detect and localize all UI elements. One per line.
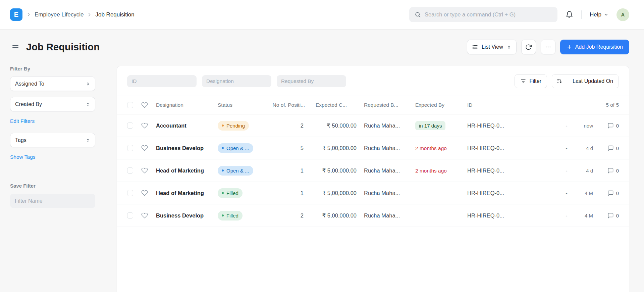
list-view-card: Filter Last Updated On Designation — [117, 66, 629, 292]
comment-count-label: 0 — [616, 145, 619, 151]
created-by-label: Created By — [15, 101, 42, 107]
favorite-heart-icon[interactable] — [141, 122, 156, 129]
cell-expected-compensation: ₹ 5,00,000.00 — [312, 167, 364, 174]
sort-direction-button[interactable] — [552, 75, 567, 88]
navbar-divider — [581, 10, 582, 19]
sidebar-toggle-button[interactable] — [10, 42, 21, 52]
comment-count[interactable]: 0 — [593, 212, 619, 219]
global-search[interactable] — [409, 7, 557, 22]
status-badge: Filled — [218, 188, 243, 198]
row-checkbox[interactable] — [127, 123, 133, 129]
comment-count[interactable]: 0 — [593, 145, 619, 151]
more-menu-button[interactable] — [541, 40, 555, 54]
add-job-requisition-button[interactable]: Add Job Requisition — [560, 40, 629, 54]
status-label: Filled — [226, 213, 238, 218]
chevrons-up-down-icon — [86, 82, 90, 86]
notifications-button[interactable] — [566, 11, 573, 18]
tags-filter[interactable]: Tags — [10, 133, 95, 147]
cell-last-updated: 4 M — [571, 190, 593, 196]
comment-icon — [607, 167, 614, 174]
status-dot-icon — [222, 214, 224, 216]
favorite-heart-icon[interactable] — [141, 167, 156, 174]
cell-requested-by: Rucha Maha... — [364, 123, 415, 129]
row-checkbox[interactable] — [127, 190, 133, 196]
comment-count[interactable]: 0 — [593, 123, 619, 129]
top-navbar: E Employee Lifecycle Job Requisition Hel… — [0, 0, 644, 30]
column-expected-compensation[interactable]: Expected C... — [312, 102, 364, 108]
status-badge: Pending — [218, 121, 249, 131]
cell-last-updated: 4 M — [571, 213, 593, 218]
cell-assigned: - — [562, 212, 571, 219]
filter-sidebar: Filter By Assigned To Created By Edit Fi… — [10, 66, 95, 292]
refresh-button[interactable] — [521, 40, 536, 54]
cell-positions: 2 — [270, 123, 312, 129]
quick-filter-id-input[interactable] — [127, 75, 197, 87]
row-checkbox[interactable] — [127, 212, 133, 218]
breadcrumb: Employee Lifecycle Job Requisition — [26, 11, 135, 18]
quick-filter-designation-input[interactable] — [202, 75, 271, 87]
created-by-filter[interactable]: Created By — [10, 97, 95, 111]
page-actions: List View Add Job Requisition — [467, 40, 629, 54]
table-row[interactable]: Business Develop Filled 2 ₹ 5,00,000.00 … — [117, 204, 629, 227]
breadcrumb-employee-lifecycle[interactable]: Employee Lifecycle — [35, 11, 84, 18]
comment-count-label: 0 — [616, 213, 619, 218]
user-avatar[interactable]: A — [616, 8, 629, 21]
favorite-heart-icon[interactable] — [141, 190, 156, 196]
page-content: Filter By Assigned To Created By Edit Fi… — [0, 66, 644, 292]
column-positions[interactable]: No of. Positi... — [270, 102, 312, 108]
help-menu[interactable]: Help — [590, 11, 608, 18]
app-logo-icon[interactable]: E — [10, 8, 22, 21]
row-checkbox[interactable] — [127, 167, 133, 174]
view-switcher-button[interactable]: List View — [467, 40, 517, 54]
status-badge: Filled — [218, 211, 243, 221]
comment-icon — [607, 212, 614, 219]
cell-designation[interactable]: Accountant — [156, 123, 218, 129]
cell-designation[interactable]: Business Develop — [156, 212, 218, 219]
cell-last-updated: 4 d — [571, 168, 593, 174]
expected-by-badge: in 17 days — [415, 121, 445, 130]
toolbar-right: Filter Last Updated On — [515, 74, 619, 88]
column-requested-by[interactable]: Requested B... — [364, 102, 415, 108]
status-label: Open & ... — [226, 168, 249, 174]
sort-field-button[interactable]: Last Updated On — [567, 75, 619, 88]
filter-name-input[interactable] — [10, 194, 95, 208]
cell-assigned: - — [562, 167, 571, 174]
favorite-heart-icon[interactable] — [141, 145, 156, 151]
cell-last-updated: 4 d — [571, 145, 593, 151]
chevron-down-icon — [604, 12, 608, 17]
comment-count[interactable]: 0 — [593, 167, 619, 174]
save-filter-label: Save Filter — [10, 183, 95, 189]
cell-last-updated: now — [571, 123, 593, 129]
comment-icon — [607, 190, 614, 196]
table-row[interactable]: Accountant Pending 2 ₹ 50,000.00 Rucha M… — [117, 114, 629, 137]
sort-descending-icon — [556, 78, 562, 84]
comment-count[interactable]: 0 — [593, 190, 619, 196]
column-status[interactable]: Status — [218, 102, 270, 108]
chevron-right-icon — [87, 12, 92, 17]
cell-expected-compensation: ₹ 5,00,000.00 — [312, 212, 364, 219]
table-row[interactable]: Head of Marketing Filled 1 ₹ 5,00,000.00… — [117, 182, 629, 204]
edit-filters-link[interactable]: Edit Filters — [10, 118, 35, 124]
row-checkbox[interactable] — [127, 145, 133, 151]
expected-by-overdue: 2 months ago — [415, 168, 447, 174]
show-tags-link[interactable]: Show Tags — [10, 154, 36, 160]
column-designation[interactable]: Designation — [156, 102, 218, 108]
cell-designation[interactable]: Head of Marketing — [156, 190, 218, 196]
favorite-heart-icon[interactable] — [141, 212, 156, 219]
select-all-checkbox[interactable] — [127, 102, 133, 108]
cell-requested-by: Rucha Maha... — [364, 145, 415, 151]
column-expected-by[interactable]: Expected By — [415, 102, 467, 108]
table-row[interactable]: Head of Marketing Open & ... 1 ₹ 5,00,00… — [117, 159, 629, 182]
search-input[interactable] — [425, 11, 552, 18]
filter-button[interactable]: Filter — [515, 74, 547, 88]
table-row[interactable]: Business Develop Open & ... 5 ₹ 5,00,000… — [117, 137, 629, 159]
column-id[interactable]: ID — [467, 102, 562, 108]
cell-designation[interactable]: Head of Marketing — [156, 167, 218, 174]
navbar-right: Help A — [409, 7, 629, 22]
cell-designation[interactable]: Business Develop — [156, 145, 218, 151]
quick-filter-requested-by-input[interactable] — [277, 75, 346, 87]
view-switcher-label: List View — [482, 44, 503, 50]
assigned-to-filter[interactable]: Assigned To — [10, 77, 95, 91]
status-dot-icon — [222, 147, 224, 149]
breadcrumb-job-requisition[interactable]: Job Requisition — [95, 11, 134, 18]
